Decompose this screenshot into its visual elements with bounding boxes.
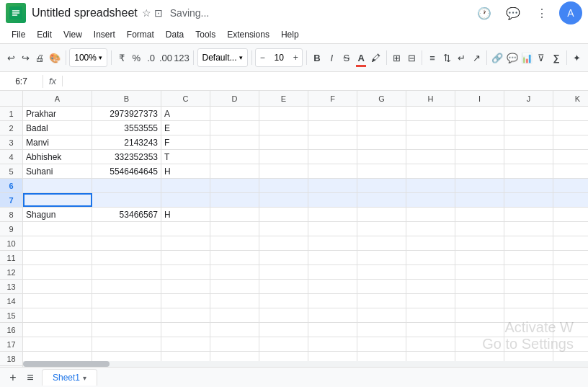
bold-button[interactable]: B: [311, 48, 324, 68]
menu-extensions[interactable]: Extensions: [221, 28, 275, 41]
row-number[interactable]: 9: [0, 222, 23, 236]
grid-cell[interactable]: [553, 193, 588, 207]
grid-cell[interactable]: T: [161, 150, 210, 164]
grid-cell[interactable]: [504, 164, 553, 178]
history-icon[interactable]: 🕐: [473, 1, 496, 25]
grid-cell[interactable]: [553, 150, 588, 164]
grid-cell[interactable]: E: [161, 121, 210, 135]
row-number[interactable]: 17: [0, 337, 23, 351]
grid-cell[interactable]: [23, 193, 92, 207]
grid-cell[interactable]: [406, 179, 455, 192]
grid-cell[interactable]: [504, 121, 553, 135]
italic-button[interactable]: I: [325, 48, 338, 68]
grid-cell[interactable]: [259, 208, 308, 221]
grid-cell[interactable]: [406, 222, 455, 236]
grid-cell[interactable]: 3553555: [92, 121, 161, 135]
row-number[interactable]: 1: [0, 107, 23, 120]
zoom-selector[interactable]: 100% ▾: [69, 48, 107, 67]
grid-cell[interactable]: [308, 135, 357, 149]
grid-cell[interactable]: H: [161, 164, 210, 178]
col-header-j[interactable]: J: [504, 91, 553, 107]
rotate-button[interactable]: ↗: [470, 48, 483, 68]
grid-cell[interactable]: [23, 222, 92, 236]
grid-cell[interactable]: [504, 251, 553, 264]
grid-cell[interactable]: [406, 107, 455, 120]
folder-icon[interactable]: ⊡: [154, 7, 163, 19]
grid-cell[interactable]: [308, 193, 357, 207]
grid-cell[interactable]: [259, 294, 308, 308]
row-number[interactable]: 2: [0, 121, 23, 135]
grid-cell[interactable]: [308, 222, 357, 236]
grid-cell[interactable]: [92, 265, 161, 279]
sheet-menu-button[interactable]: ≡: [22, 369, 39, 386]
sheet-tab-1[interactable]: Sheet1 ▾: [42, 369, 97, 386]
grid-cell[interactable]: [455, 121, 504, 135]
grid-cell[interactable]: [210, 337, 259, 351]
grid-cell[interactable]: [161, 179, 210, 192]
grid-cell[interactable]: Suhani: [23, 164, 92, 178]
grid-cell[interactable]: [455, 208, 504, 221]
percent-button[interactable]: %: [130, 48, 143, 68]
horizontal-scrollbar[interactable]: [23, 361, 588, 367]
row-number[interactable]: 6: [0, 179, 23, 192]
grid-cell[interactable]: 2143243: [92, 135, 161, 149]
grid-cell[interactable]: [308, 337, 357, 351]
col-header-c[interactable]: C: [161, 91, 210, 107]
grid-cell[interactable]: [259, 222, 308, 236]
grid-cell[interactable]: [357, 107, 406, 120]
grid-cell[interactable]: [308, 265, 357, 279]
number-format-button[interactable]: 123: [174, 48, 190, 68]
grid-cell[interactable]: [92, 179, 161, 192]
grid-cell[interactable]: [161, 323, 210, 337]
add-sheet-button[interactable]: +: [4, 369, 22, 386]
col-header-d[interactable]: D: [210, 91, 259, 107]
scrollbar-thumb[interactable]: [23, 361, 110, 367]
grid-cell[interactable]: [210, 236, 259, 250]
grid-cell[interactable]: [553, 208, 588, 221]
paint-format-button[interactable]: 🎨: [48, 48, 61, 68]
grid-cell[interactable]: [210, 121, 259, 135]
row-number[interactable]: 12: [0, 265, 23, 279]
grid-cell[interactable]: [23, 251, 92, 264]
grid-cell[interactable]: [23, 265, 92, 279]
grid-cell[interactable]: [553, 222, 588, 236]
grid-cell[interactable]: [161, 222, 210, 236]
grid-cell[interactable]: [308, 251, 357, 264]
grid-cell[interactable]: [23, 323, 92, 337]
grid-cell[interactable]: [308, 150, 357, 164]
menu-data[interactable]: Data: [160, 28, 190, 41]
grid-cell[interactable]: [455, 135, 504, 149]
grid-cell[interactable]: [308, 236, 357, 250]
grid-cell[interactable]: [406, 308, 455, 322]
grid-cell[interactable]: [92, 193, 161, 207]
grid-cell[interactable]: [92, 294, 161, 308]
grid-cell[interactable]: [504, 337, 553, 351]
grid-cell[interactable]: [553, 121, 588, 135]
grid-cell[interactable]: F: [161, 135, 210, 149]
merge-button[interactable]: ⊟: [405, 48, 418, 68]
grid-cell[interactable]: [553, 236, 588, 250]
grid-cell[interactable]: [357, 222, 406, 236]
grid-cell[interactable]: [553, 179, 588, 192]
grid-cell[interactable]: [161, 294, 210, 308]
row-number[interactable]: 7: [0, 193, 23, 207]
grid-cell[interactable]: 2973927373: [92, 107, 161, 120]
grid-cell[interactable]: [161, 265, 210, 279]
grid-cell[interactable]: [357, 208, 406, 221]
grid-cell[interactable]: [406, 251, 455, 264]
grid-cell[interactable]: [357, 164, 406, 178]
col-header-e[interactable]: E: [259, 91, 308, 107]
grid-cell[interactable]: [92, 337, 161, 351]
grid-cell[interactable]: [23, 294, 92, 308]
grid-cell[interactable]: [357, 236, 406, 250]
row-number[interactable]: 11: [0, 251, 23, 264]
grid-cell[interactable]: [259, 251, 308, 264]
currency-button[interactable]: ₹: [115, 48, 128, 68]
grid-cell[interactable]: [259, 135, 308, 149]
spreadsheet-title[interactable]: Untitled spreadsheet: [32, 6, 138, 19]
grid-cell[interactable]: Badal: [23, 121, 92, 135]
grid-cell[interactable]: [210, 179, 259, 192]
grid-cell[interactable]: 53466567: [92, 208, 161, 221]
grid-cell[interactable]: [504, 193, 553, 207]
grid-cell[interactable]: [161, 193, 210, 207]
